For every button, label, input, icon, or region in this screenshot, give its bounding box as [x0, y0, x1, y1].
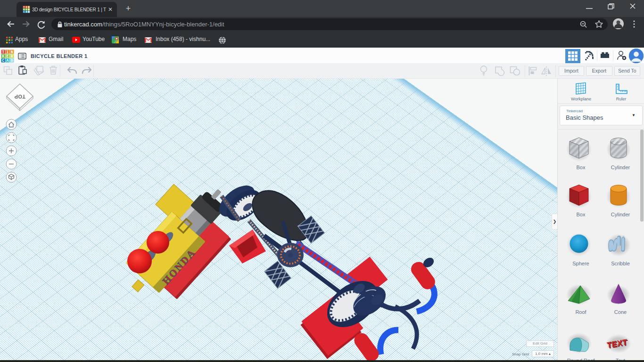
svg-text:A: A	[25, 11, 27, 13]
svg-text:C: C	[23, 11, 25, 13]
svg-text:C: C	[2, 58, 4, 63]
svg-text:D: D	[28, 11, 30, 13]
svg-text:D: D	[11, 58, 13, 63]
svg-text:TOP: TOP	[14, 94, 25, 99]
